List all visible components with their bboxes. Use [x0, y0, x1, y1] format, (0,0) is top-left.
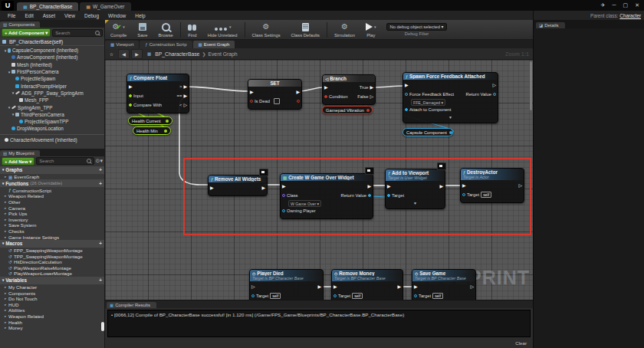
graphs-item-eventgraph[interactable]: ▸▦EventGraph: [0, 174, 104, 180]
component-row-thirdpersoncamera[interactable]: ▾ThirdPersonCamera: [0, 111, 104, 118]
node-preview-bubble-icon[interactable]: [365, 167, 374, 175]
green-pin[interactable]: [129, 94, 132, 97]
variables-item-money[interactable]: ▸Money: [0, 325, 104, 331]
close-button[interactable]: ✕: [635, 0, 639, 11]
menu-file[interactable]: File: [3, 13, 20, 18]
variable-pill-health-current[interactable]: Health Current: [128, 117, 172, 125]
tab-construction-scrip[interactable]: ƒConstruction Scrip: [140, 41, 192, 48]
add-functions-button[interactable]: +: [99, 181, 102, 186]
node-expander-icon[interactable]: ▼: [386, 201, 445, 206]
exec-pin[interactable]: ▶: [397, 284, 401, 289]
blue-pin[interactable]: [493, 93, 496, 96]
blue-pin[interactable]: [449, 131, 452, 134]
node-preview-bubble-icon[interactable]: [437, 163, 446, 170]
red-pin[interactable]: [250, 100, 253, 103]
menu-debug[interactable]: Debug: [80, 13, 104, 18]
parent-class-link[interactable]: Character: [619, 13, 641, 18]
node-add-to-viewport[interactable]: ƒAdd to ViewportTarget is User Widget▶▶T…: [385, 169, 445, 209]
node-set-is-dead[interactable]: SET▶▶Is Dead: [248, 79, 302, 110]
component-row-dropweaponlocation[interactable]: DropWeaponLocation: [0, 125, 104, 132]
functions-item-save-system[interactable]: ▸Save System: [0, 222, 104, 228]
exec-pin[interactable]: ▶: [334, 284, 337, 289]
functions-item-camera[interactable]: ▸Camera: [0, 205, 104, 211]
section-header-variables[interactable]: ▾Variables+: [0, 277, 104, 284]
nav-back-button[interactable]: ◀: [118, 49, 130, 59]
send-feedback-icon[interactable]: ✈: [601, 0, 606, 11]
tab-viewport[interactable]: ▦Viewport: [105, 41, 139, 48]
blue-pin[interactable]: [251, 294, 255, 297]
macros-item-fpp-swappingweaponmontage[interactable]: ↺FPP_SwappingWeaponMontage: [0, 248, 104, 254]
class-settings-button[interactable]: ⚙Class Settings: [247, 20, 286, 40]
macros-item-playweaponraisemontage[interactable]: ↺PlayWeaponRaiseMontage: [0, 265, 104, 271]
exec-pin[interactable]: ▶: [129, 84, 133, 89]
component-row-projectilespawntpp[interactable]: ProjectileSpawnTPP: [0, 118, 104, 125]
variables-item-hud[interactable]: ▸HUD: [0, 302, 104, 308]
myblueprint-search-input[interactable]: Search: [36, 157, 94, 165]
green-pin[interactable]: [164, 130, 167, 133]
component-row-firstpersoncamera[interactable]: ▾FirstPersonCamera: [0, 68, 104, 75]
node-preview-bubble-icon[interactable]: [259, 169, 268, 176]
component-row-arrowcomponent-inherited[interactable]: ArrowComponent (Inherited): [0, 54, 104, 61]
purple-pin[interactable]: [282, 194, 285, 197]
blue-pin[interactable]: [368, 194, 371, 197]
save-button[interactable]: Save: [132, 20, 153, 40]
nav-forward-button[interactable]: ▶: [131, 49, 143, 59]
exec-pin[interactable]: ▷: [470, 284, 474, 289]
variable-pill-health-min[interactable]: Health Min: [133, 126, 171, 135]
blue-pin[interactable]: [405, 93, 408, 96]
unreal-logo-icon[interactable]: U: [2, 1, 14, 11]
add-new-button[interactable]: + Add New ▾: [2, 157, 34, 166]
node-expander-icon[interactable]: ▼: [403, 115, 498, 120]
node-branch[interactable]: ◁Branch▶True▶ConditionFalse▷: [322, 74, 376, 105]
self-reference-box[interactable]: self: [352, 293, 363, 299]
debug-object-dropdown[interactable]: No debug object selected ▾: [386, 23, 448, 31]
simulation-button[interactable]: ⚙Simulation: [329, 20, 360, 40]
tab-details[interactable]: ◪ Details: [536, 22, 565, 28]
exec-pin[interactable]: ▶: [282, 184, 286, 189]
tab-my-blueprint[interactable]: ▤ My Blueprint: [0, 150, 40, 156]
add-component-button[interactable]: + Add Component ▾: [2, 28, 51, 37]
blue-pin[interactable]: [282, 209, 285, 212]
class-defaults-button[interactable]: Class Defaults: [286, 20, 325, 40]
tab-compiler-results[interactable]: ▣ Compiler Results: [107, 302, 156, 308]
exec-pin[interactable]: ▶: [367, 184, 371, 189]
variables-item-my-character[interactable]: ▸My Character: [0, 284, 104, 291]
compile-button[interactable]: ⚙✔▾Compile: [105, 20, 132, 40]
macros-item-playweaponlowermontage[interactable]: ↺PlayWeaponLowerMontage: [0, 271, 104, 277]
component-row-mesh-fpp[interactable]: Mesh_FPP: [0, 97, 104, 103]
component-row-interactprompthelper[interactable]: InteractPromptHelper: [0, 82, 104, 89]
tab-components[interactable]: ▤ Components: [0, 21, 40, 28]
find-button[interactable]: Find: [182, 20, 202, 40]
clear-log-button[interactable]: Clear: [515, 340, 527, 346]
exec-pin[interactable]: ▶: [439, 184, 443, 189]
event-graph-canvas[interactable]: BLUEPRINT ƒCompare Float▶>▶Input==▶Compa…: [105, 60, 533, 300]
window-tab-w-gameover[interactable]: ▦W_GameOver: [80, 2, 130, 11]
variables-item-components[interactable]: ▸Components: [0, 290, 104, 296]
exec-pin[interactable]: ▷: [251, 284, 255, 289]
exec-pin[interactable]: ▶: [324, 85, 328, 90]
self-reference-box[interactable]: self: [481, 192, 491, 198]
node-spawn-force-feedback-attached[interactable]: ƒSpawn Force Feedback Attached▶▷Force Fe…: [402, 72, 498, 123]
variable-pill-gamepad-vibration[interactable]: Gamepad Vibration: [322, 106, 373, 114]
breadcrumb-blueprint[interactable]: BP_CharacterBase: [155, 51, 199, 57]
red-pin[interactable]: [324, 95, 327, 98]
macros-item-hitdirectioncalculation[interactable]: ↺HitDirectionCalculation: [0, 259, 104, 265]
exec-pin[interactable]: ▶: [414, 284, 418, 289]
component-row-projectilespawn[interactable]: ProjectileSpawn: [0, 75, 104, 82]
exec-pin[interactable]: ▶: [183, 84, 187, 89]
graph-scrollbar-thumb[interactable]: [530, 61, 532, 110]
bookmark-star-icon[interactable]: ☆: [107, 50, 117, 58]
exec-pin[interactable]: ▷: [183, 103, 187, 107]
node-remove-all-widgets[interactable]: ƒRemove All Widgets▶▶: [208, 175, 268, 196]
functions-item-constructionscript[interactable]: ƒConstructionScript: [0, 187, 104, 193]
left-panel-scrollbar-thumb[interactable]: [101, 322, 104, 331]
menu-window[interactable]: Window: [104, 13, 130, 18]
variables-item-abilities[interactable]: ▸Abilities: [0, 307, 104, 314]
blue-pin[interactable]: [334, 294, 337, 297]
component-row-capsulecomponent-inherited[interactable]: ▾CapsuleComponent (Inherited): [0, 47, 104, 54]
blue-pin[interactable]: [414, 294, 417, 297]
blue-pin[interactable]: [462, 193, 465, 196]
menu-asset[interactable]: Asset: [38, 13, 60, 18]
blue-pin[interactable]: [387, 194, 390, 197]
blue-pin[interactable]: [405, 108, 408, 111]
